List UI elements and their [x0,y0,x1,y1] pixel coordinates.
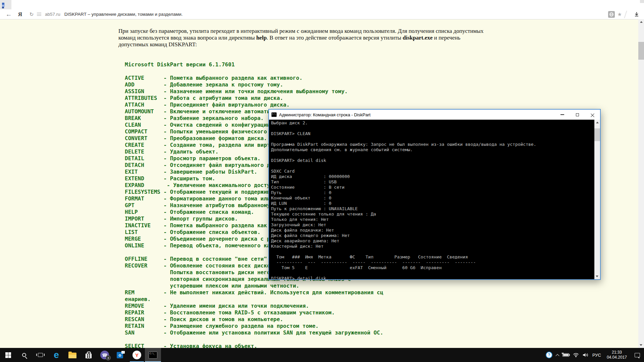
pinned-tab-favicon-fragment[interactable] [2,3,5,8]
yandex-home-button[interactable]: Я [17,11,23,18]
scroll-down-arrow-icon[interactable] [640,344,642,346]
maximize-button[interactable] [570,110,585,120]
favicon-fragment-bottom [2,7,4,8]
help-tray-icon[interactable]: ? [546,352,552,358]
console-output-text: Выбран диск 2. DISKPART> CLEAN Программа… [271,120,536,279]
console-scrollbar[interactable] [594,120,600,279]
edge-icon: e [54,350,59,360]
refresh-icon: ↻ [30,11,34,17]
site-permissions-button[interactable] [608,11,615,18]
taskbar-outlook-button[interactable]: o ✓ [113,348,129,362]
console-window-title: Администратор: Командная строка - DiskPa… [279,112,555,117]
downloads-button[interactable] [634,12,639,17]
console-title-bar[interactable]: C:\ Администратор: Командная строка - Di… [269,110,600,120]
close-icon [591,113,594,117]
outlook-icon: o ✓ [117,351,125,359]
taskbar-explorer-button[interactable] [64,348,80,362]
back-arrow-icon: ← [6,11,12,18]
paragraph-line-3: допустимых команд DISKPART: [118,41,541,48]
tab-bar [0,0,644,9]
taskbar-viber-button[interactable]: ☎ 3 [97,348,113,362]
task-view-button[interactable] [32,348,48,362]
console-output-area[interactable]: Выбран диск 2. DISKPART> CLEAN Программа… [269,120,600,279]
yandex-browser-icon: Y [132,351,141,359]
taskbar-clock[interactable]: 21:33 04.04.2017 [607,350,627,360]
browser-toolbar: ← Я ↻ ab57.ru DISKPART – управление диск… [0,9,644,19]
system-tray: ? РУС 21:33 04.04.2017 [546,348,644,362]
taskbar-cmd-button[interactable]: C:\_ [145,348,161,362]
intro-paragraph: При запуске без параметров, утилита пере… [118,28,541,48]
yandex-logo-icon: Я [18,11,22,17]
reader-mode-button[interactable] [37,12,42,16]
paragraph-line-2: команд используется ввод знака вопроса и… [118,35,541,41]
viber-icon: ☎ 3 [100,351,109,359]
minimize-icon [560,114,564,115]
scroll-up-arrow-icon[interactable] [640,21,643,23]
windows-logo-icon [5,352,11,358]
address-bar-page-title[interactable]: DISKPART – управление дисками, томами и … [64,12,183,17]
taskbar-store-button[interactable] [80,348,97,362]
command-prompt-icon: C:\_ [149,352,157,359]
outlook-envelope-icon: ✓ [121,351,125,354]
windows-taskbar: e ☎ 3 o ✓ Y C:\_ ? РУС 21:33 04.0 [0,348,644,362]
reader-mode-icon [37,13,41,13]
download-icon [634,12,639,17]
back-button[interactable]: ← [5,10,13,19]
clock-time: 21:33 [612,350,622,355]
minimize-button[interactable] [555,110,570,120]
refresh-button[interactable]: ↻ [29,11,34,17]
taskbar-yandex-browser-button[interactable]: Y [129,348,145,362]
console-scroll-down-icon[interactable] [596,276,598,277]
bookmark-star-button[interactable]: ★ [618,11,622,18]
address-bar-divider [624,11,627,18]
address-bar-domain[interactable]: ab57.ru [45,12,60,17]
tab-bar-right-corner [640,0,644,3]
globe-icon [609,12,614,17]
cmd-window-icon: C:\ [271,112,277,117]
volume-icon[interactable] [583,353,589,357]
microsoft-store-icon [86,354,92,358]
command-prompt-window: C:\ Администратор: Командная строка - Di… [268,109,601,280]
wifi-icon[interactable] [573,353,579,357]
console-scrollbar-thumb[interactable] [594,128,600,141]
taskbar-edge-button[interactable]: e [48,348,64,362]
battery-icon[interactable] [562,353,569,357]
console-scroll-up-icon[interactable] [596,122,599,123]
close-button[interactable] [585,110,600,120]
viber-notification-badge: 3 [106,355,111,360]
maximize-icon [576,113,579,116]
taskbar-search-button[interactable] [16,348,32,362]
action-center-icon[interactable] [635,353,640,357]
show-hidden-icons-chevron[interactable] [555,354,559,358]
language-indicator[interactable]: РУС [592,353,601,358]
clock-date: 04.04.2017 [607,355,627,360]
start-button[interactable] [0,348,16,362]
page-scrollbar[interactable] [638,19,644,348]
paragraph-line-1: При запуске без параметров, утилита пере… [118,28,541,35]
search-icon [22,353,26,357]
task-view-icon [38,353,43,357]
page-scrollbar-thumb[interactable] [638,42,644,60]
file-explorer-icon [68,353,76,358]
